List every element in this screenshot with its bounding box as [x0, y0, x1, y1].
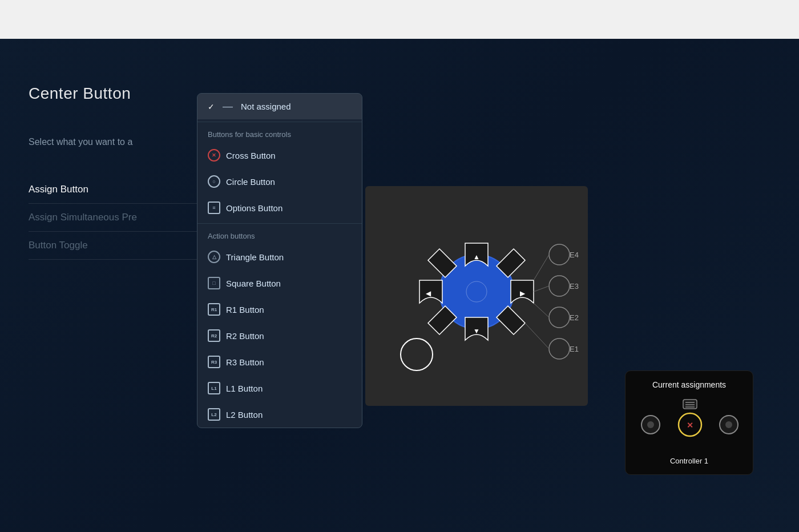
- l2-button-icon: L2: [208, 408, 220, 421]
- dropdown-item-r2-button[interactable]: R2 R2 Button: [197, 323, 362, 349]
- svg-point-19: [466, 281, 487, 302]
- sidebar-item-assign-button[interactable]: Assign Button: [29, 176, 200, 204]
- svg-text:E3: E3: [570, 282, 579, 291]
- dropdown-item-circle-button[interactable]: ○ Circle Button: [197, 168, 362, 195]
- dash-icon: —: [223, 100, 233, 112]
- dropdown-item-l1-button[interactable]: L1 L1 Button: [197, 375, 362, 401]
- sidebar: Center Button Select what you want to a …: [29, 84, 200, 260]
- r1-button-label: R1 Button: [226, 305, 264, 315]
- r2-button-icon: R2: [208, 329, 220, 342]
- options-button-icon: ≡: [208, 201, 220, 214]
- controller-svg: ▲ ▼ ◀ ▶ E4 E3: [365, 186, 588, 406]
- svg-point-9: [549, 276, 570, 296]
- dropdown-item-options-button[interactable]: ≡ Options Button: [197, 195, 362, 221]
- l1-button-label: L1 Button: [226, 384, 263, 393]
- main-area: Center Button Select what you want to a …: [0, 39, 799, 532]
- svg-text:◀: ◀: [426, 289, 431, 297]
- l2-button-label: L2 Button: [226, 410, 263, 420]
- l1-button-icon: L1: [208, 382, 220, 394]
- svg-point-11: [549, 307, 570, 328]
- divider-1: [197, 122, 362, 122]
- not-assigned-label: Not assigned: [241, 102, 291, 111]
- svg-text:✕: ✕: [687, 421, 693, 430]
- sidebar-item-button-toggle[interactable]: Button Toggle: [29, 232, 200, 260]
- page-title: Center Button: [29, 84, 200, 103]
- sidebar-subtitle: Select what you want to a: [29, 137, 200, 147]
- svg-point-6: [401, 338, 433, 370]
- top-bar: [0, 0, 799, 39]
- dropdown-item-triangle-button[interactable]: △ Triangle Button: [197, 244, 362, 270]
- r3-button-label: R3 Button: [226, 357, 264, 367]
- assignments-panel: Current assignments ✕ Controller 1: [625, 370, 753, 475]
- options-button-label: Options Button: [226, 203, 283, 213]
- svg-point-29: [725, 421, 732, 428]
- r1-button-icon: R1: [208, 303, 220, 316]
- divider-2: [197, 223, 362, 224]
- r2-button-label: R2 Button: [226, 331, 264, 341]
- assignments-panel-title: Current assignments: [635, 380, 744, 389]
- triangle-button-label: Triangle Button: [226, 252, 284, 262]
- dropdown-item-r3-button[interactable]: R3 R3 Button: [197, 349, 362, 375]
- dropdown-menu: ✓ — Not assigned Buttons for basic contr…: [197, 93, 362, 428]
- cross-button-icon: ✕: [208, 149, 220, 162]
- svg-text:▲: ▲: [473, 253, 480, 261]
- circle-button-label: Circle Button: [226, 177, 275, 187]
- square-button-icon: □: [208, 277, 220, 289]
- checkmark-icon: ✓: [208, 102, 217, 111]
- svg-text:▼: ▼: [473, 327, 480, 335]
- dropdown-item-square-button[interactable]: □ Square Button: [197, 270, 362, 296]
- section-label-action-buttons: Action buttons: [197, 226, 362, 244]
- svg-text:E1: E1: [570, 345, 579, 353]
- cross-button-label: Cross Button: [226, 151, 276, 160]
- mini-controller-svg: ✕: [635, 396, 745, 448]
- section-label-basic-controls: Buttons for basic controls: [197, 124, 362, 142]
- circle-button-icon: ○: [208, 175, 220, 188]
- svg-text:E2: E2: [570, 313, 579, 322]
- triangle-button-icon: △: [208, 251, 220, 263]
- dropdown-item-l2-button[interactable]: L2 L2 Button: [197, 401, 362, 428]
- controller-label: Controller 1: [635, 457, 744, 465]
- square-button-label: Square Button: [226, 279, 281, 288]
- sidebar-item-assign-simultaneous[interactable]: Assign Simultaneous Pre: [29, 204, 200, 232]
- dropdown-item-not-assigned[interactable]: ✓ — Not assigned: [197, 94, 362, 119]
- dropdown-item-r1-button[interactable]: R1 R1 Button: [197, 296, 362, 323]
- dropdown-item-cross-button[interactable]: ✕ Cross Button: [197, 142, 362, 168]
- controller-diagram: ▲ ▼ ◀ ▶ E4 E3: [365, 186, 588, 406]
- svg-point-21: [647, 421, 654, 428]
- svg-text:E4: E4: [570, 251, 579, 259]
- svg-point-13: [549, 338, 570, 359]
- svg-point-7: [549, 244, 570, 265]
- r3-button-icon: R3: [208, 356, 220, 368]
- svg-text:▶: ▶: [520, 289, 526, 297]
